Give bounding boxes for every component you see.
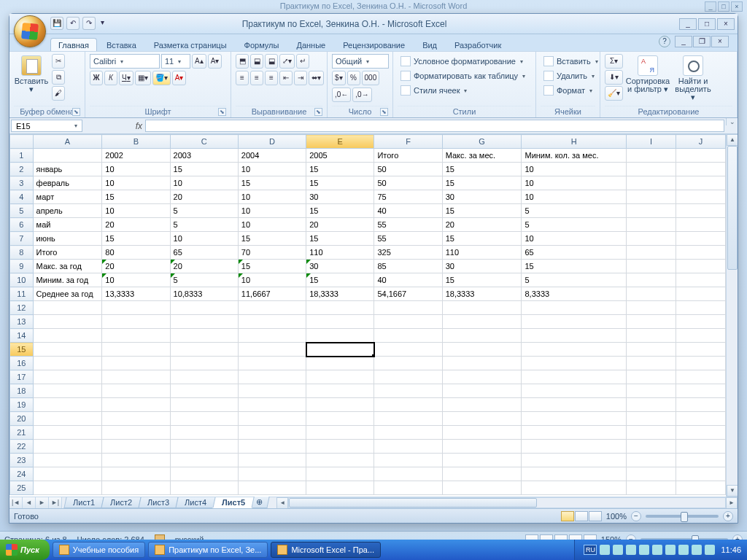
formula-input[interactable]: [145, 120, 724, 132]
tab-insert[interactable]: Вставка: [98, 38, 144, 51]
cell[interactable]: [676, 176, 726, 190]
cell[interactable]: [306, 301, 374, 315]
row-header-20[interactable]: 20: [10, 412, 34, 426]
cell[interactable]: [238, 315, 306, 329]
cell[interactable]: [374, 454, 442, 467]
tray-icon[interactable]: [613, 545, 623, 555]
copy-icon[interactable]: ⧉: [52, 70, 65, 85]
cell[interactable]: [102, 426, 170, 440]
cell[interactable]: [627, 218, 676, 232]
tray-icon[interactable]: [692, 545, 702, 555]
format-painter-icon[interactable]: 🖌: [52, 86, 65, 101]
select-all-corner[interactable]: [10, 135, 34, 149]
cell[interactable]: [102, 301, 170, 315]
cell[interactable]: [374, 481, 442, 495]
sheet-tab-Лист1[interactable]: Лист1: [63, 497, 104, 508]
cell[interactable]: [102, 398, 170, 412]
cell[interactable]: [170, 481, 238, 495]
cell[interactable]: [374, 467, 442, 481]
cell[interactable]: [238, 481, 306, 495]
cell-styles[interactable]: Стили ячеек▾: [398, 83, 470, 98]
cell[interactable]: 10: [102, 163, 170, 176]
cell[interactable]: 15: [170, 163, 238, 176]
workbook-close[interactable]: ×: [711, 36, 729, 47]
cell[interactable]: [170, 412, 238, 426]
align-left-icon[interactable]: ≡: [236, 71, 249, 85]
cell[interactable]: [374, 440, 442, 454]
clear-icon[interactable]: 🧹▾: [605, 86, 623, 101]
paste-button[interactable]: Вставить▾: [14, 54, 49, 93]
cell[interactable]: [522, 343, 627, 357]
cell[interactable]: 15: [522, 260, 627, 273]
row-header-14[interactable]: 14: [10, 329, 34, 343]
sort-filter-button[interactable]: Сортировка и фильтр ▾: [626, 54, 670, 93]
cell[interactable]: [676, 343, 726, 357]
row-header-10[interactable]: 10: [10, 273, 34, 287]
cell[interactable]: 55: [374, 232, 442, 246]
cell[interactable]: [33, 398, 102, 412]
cell[interactable]: [238, 370, 306, 384]
cell[interactable]: 5: [522, 218, 627, 232]
sheet-tab-Лист2[interactable]: Лист2: [101, 497, 141, 508]
cell[interactable]: [33, 370, 102, 384]
cell[interactable]: [33, 301, 102, 315]
tray-icon[interactable]: [600, 545, 610, 555]
cell[interactable]: Итого: [33, 246, 102, 260]
cell[interactable]: [306, 384, 374, 398]
cell[interactable]: [676, 467, 726, 481]
cell[interactable]: [33, 454, 102, 467]
cell[interactable]: [627, 260, 676, 273]
cell[interactable]: [676, 246, 726, 260]
cell[interactable]: Миним. кол. за мес.: [522, 149, 627, 163]
autosum-icon[interactable]: Σ▾: [605, 54, 623, 69]
align-middle-icon[interactable]: ⬓: [250, 54, 263, 69]
increase-indent-icon[interactable]: ⇥: [294, 71, 307, 85]
cell[interactable]: [627, 163, 676, 176]
cell[interactable]: 5: [522, 273, 627, 287]
cell[interactable]: [170, 426, 238, 440]
qat-save-icon[interactable]: 💾: [50, 17, 63, 30]
zoom-slider[interactable]: [646, 515, 719, 518]
cell[interactable]: [170, 301, 238, 315]
cell[interactable]: [170, 329, 238, 343]
cell[interactable]: [522, 412, 627, 426]
cell[interactable]: [170, 384, 238, 398]
cell[interactable]: [627, 287, 676, 301]
cell[interactable]: [442, 412, 522, 426]
cell[interactable]: [33, 412, 102, 426]
row-header-4[interactable]: 4: [10, 190, 34, 204]
cell[interactable]: 13,3333: [102, 287, 170, 301]
cell[interactable]: [442, 357, 522, 370]
row-header-6[interactable]: 6: [10, 218, 34, 232]
cell[interactable]: 11,6667: [238, 287, 306, 301]
cell[interactable]: [102, 481, 170, 495]
cell[interactable]: 10: [102, 204, 170, 218]
scroll-right-icon[interactable]: ►: [726, 497, 738, 509]
cell[interactable]: [676, 426, 726, 440]
cell[interactable]: март: [33, 190, 102, 204]
cell[interactable]: [522, 481, 627, 495]
cell[interactable]: 15: [306, 232, 374, 246]
row-header-23[interactable]: 23: [10, 454, 34, 467]
taskbar-button[interactable]: Microsoft Excel - Пра...: [271, 542, 381, 558]
cell[interactable]: [102, 412, 170, 426]
tab-nav-prev[interactable]: ◄: [23, 497, 36, 508]
row-header-12[interactable]: 12: [10, 301, 34, 315]
cell[interactable]: [374, 301, 442, 315]
cell[interactable]: 2004: [238, 149, 306, 163]
align-top-icon[interactable]: ⬒: [236, 54, 249, 69]
cell[interactable]: 40: [374, 204, 442, 218]
row-header-9[interactable]: 9: [10, 260, 34, 273]
cell[interactable]: [522, 454, 627, 467]
bold-button[interactable]: Ж: [90, 71, 103, 85]
number-launcher[interactable]: ⬊: [380, 108, 388, 116]
insert-cells[interactable]: Вставить▾: [541, 54, 601, 69]
row-header-11[interactable]: 11: [10, 287, 34, 301]
qat-customize-icon[interactable]: ▾: [98, 17, 106, 30]
row-header-15[interactable]: 15: [10, 343, 34, 357]
sheet-tab-Лист4[interactable]: Лист4: [175, 497, 215, 508]
column-header-D[interactable]: D: [238, 135, 306, 149]
align-center-icon[interactable]: ≡: [250, 71, 263, 85]
accounting-icon[interactable]: $▾: [332, 71, 346, 85]
cell[interactable]: [442, 384, 522, 398]
